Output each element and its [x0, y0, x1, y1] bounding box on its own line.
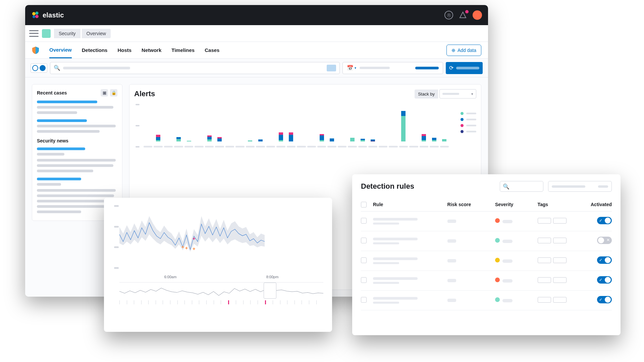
avatar[interactable] — [473, 10, 482, 20]
case-text — [37, 130, 100, 133]
notifications-icon[interactable] — [459, 11, 467, 19]
anomaly-svg — [119, 213, 265, 256]
col-risk[interactable]: Risk score — [447, 202, 495, 208]
tabbar: Overview Detections Hosts Network Timeli… — [25, 42, 488, 59]
select-all-checkbox[interactable] — [361, 202, 367, 207]
topbar: elastic ⦿ — [25, 5, 488, 25]
brand-name: elastic — [43, 11, 64, 19]
tab-network[interactable]: Network — [142, 43, 161, 58]
card-action-icon[interactable]: ▣ — [101, 89, 108, 97]
case-text — [37, 111, 77, 114]
add-data-label: Add data — [458, 48, 476, 53]
add-data-button[interactable]: ⊕ Add data — [446, 45, 481, 56]
brush-window[interactable] — [264, 283, 276, 299]
col-severity[interactable]: Severity — [495, 202, 538, 208]
refresh-button[interactable]: ⟳ — [446, 62, 483, 74]
date-range — [415, 67, 439, 69]
activated-toggle[interactable]: ✓ — [597, 296, 612, 303]
table-row[interactable]: ✓ — [361, 271, 612, 291]
alerts-legend — [461, 112, 476, 133]
filter-toggles[interactable] — [31, 63, 47, 73]
tab-timelines[interactable]: Timelines — [171, 43, 195, 58]
date-picker[interactable]: 📅 ▾ — [342, 62, 443, 74]
col-activated[interactable]: Activated — [585, 202, 612, 208]
news-meta — [37, 153, 64, 156]
news-text — [37, 170, 93, 172]
plus-icon: ⊕ — [451, 48, 455, 53]
recent-cases-title: Recent cases — [37, 90, 67, 96]
news-link[interactable] — [37, 147, 85, 150]
news-link[interactable] — [37, 178, 81, 180]
case-text — [37, 125, 116, 127]
kql-badge[interactable] — [327, 65, 336, 71]
col-rule[interactable]: Rule — [373, 202, 447, 208]
row-checkbox[interactable] — [361, 277, 367, 283]
search-placeholder — [63, 67, 130, 69]
rules-search-input[interactable]: 🔍 — [500, 181, 543, 192]
news-text — [37, 205, 113, 208]
row-checkbox[interactable] — [361, 297, 367, 303]
news-text — [37, 164, 113, 167]
anomaly-chart[interactable]: 6:00am 8:00pm — [119, 205, 323, 279]
refresh-label — [456, 67, 479, 69]
col-tags[interactable]: Tags — [538, 202, 585, 208]
activated-toggle[interactable]: ✓ — [597, 217, 612, 224]
search-icon: 🔍 — [503, 183, 509, 190]
search-input[interactable]: 🔍 — [50, 62, 340, 74]
brush-svg — [119, 284, 323, 300]
anomaly-xlabel-1: 6:00am — [164, 275, 177, 279]
filter-mode-outline[interactable] — [32, 65, 38, 71]
filter-bar: 🔍 📅 ▾ ⟳ — [25, 59, 488, 77]
table-row[interactable]: ✓ — [361, 212, 612, 231]
chevron-down-icon: ▾ — [471, 92, 473, 96]
anomaly-brush[interactable] — [119, 282, 323, 306]
app-badge[interactable] — [42, 29, 51, 38]
svg-point-1 — [36, 12, 39, 15]
security-news-title: Security news — [37, 138, 68, 143]
news-text — [37, 194, 114, 197]
stack-by-label: Stack by — [415, 89, 438, 99]
alerts-title: Alerts — [134, 89, 155, 98]
case-link[interactable] — [37, 119, 87, 122]
activated-toggle[interactable]: ✕ — [597, 237, 612, 244]
stack-by-select[interactable]: ▾ — [439, 89, 476, 99]
row-checkbox[interactable] — [361, 218, 367, 224]
security-shield-icon — [32, 46, 39, 54]
menu-icon[interactable] — [29, 30, 39, 37]
case-link[interactable] — [37, 101, 97, 103]
breadcrumb-overview[interactable]: Overview — [82, 29, 111, 38]
help-icon[interactable]: ⦿ — [444, 11, 453, 19]
activated-toggle[interactable]: ✓ — [597, 256, 612, 264]
tab-hosts[interactable]: Hosts — [117, 43, 131, 58]
news-text — [37, 210, 81, 213]
brand-logo[interactable]: elastic — [31, 11, 64, 19]
filter-mode-filled[interactable] — [40, 65, 46, 71]
breadcrumb-security[interactable]: Security — [54, 29, 80, 38]
case-text — [37, 106, 113, 109]
news-text — [37, 189, 116, 192]
elastic-logo-icon — [31, 11, 40, 19]
detection-rules-card: Detection rules 🔍 Rule Risk score Severi… — [352, 174, 621, 335]
date-text — [360, 67, 390, 69]
calendar-icon: 📅 ▾ — [347, 65, 356, 71]
activated-toggle[interactable]: ✓ — [597, 276, 612, 284]
anomaly-card: 6:00am 8:00pm — [104, 198, 332, 332]
subheader: Security Overview — [25, 25, 488, 42]
rules-title: Detection rules — [361, 182, 414, 191]
table-row[interactable]: ✓ — [361, 251, 612, 271]
refresh-icon: ⟳ — [449, 65, 453, 71]
tab-cases[interactable]: Cases — [205, 43, 219, 58]
rules-action-button[interactable] — [548, 181, 612, 192]
row-checkbox[interactable] — [361, 238, 367, 243]
row-checkbox[interactable] — [361, 257, 367, 263]
table-row[interactable]: ✕ — [361, 231, 612, 251]
svg-point-2 — [35, 15, 39, 18]
card-lock-icon[interactable]: 🔒 — [110, 89, 117, 97]
tab-overview[interactable]: Overview — [49, 42, 72, 58]
news-meta — [37, 183, 61, 186]
table-row[interactable]: ✓ — [361, 291, 612, 310]
search-icon: 🔍 — [54, 65, 60, 71]
tab-detections[interactable]: Detections — [82, 43, 108, 58]
alerts-chart[interactable] — [143, 104, 449, 147]
rules-table-header: Rule Risk score Severity Tags Activated — [361, 199, 612, 212]
